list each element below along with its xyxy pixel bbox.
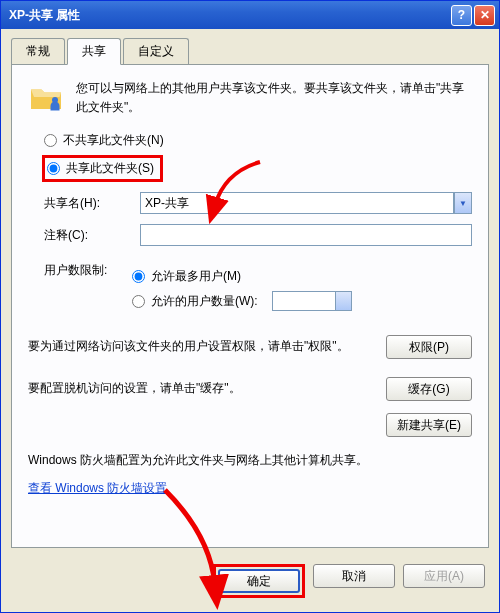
new-share-row: 新建共享(E) — [28, 413, 472, 437]
limit-max-row: 允许最多用户(M) — [132, 268, 472, 285]
permissions-button[interactable]: 权限(P) — [386, 335, 472, 359]
sharing-panel: 您可以与网络上的其他用户共享该文件夹。要共享该文件夹，请单击"共享此文件夹"。 … — [11, 64, 489, 548]
titlebar: XP-共享 属性 ? ✕ — [1, 1, 499, 29]
share-name-combo — [140, 192, 472, 214]
radio-limit-custom[interactable] — [132, 295, 145, 308]
intro-text: 您可以与网络上的其他用户共享该文件夹。要共享该文件夹，请单击"共享此文件夹"。 — [76, 79, 472, 118]
radio-share-label: 共享此文件夹(S) — [66, 160, 154, 177]
window-title: XP-共享 属性 — [5, 7, 449, 24]
user-limit-label: 用户数限制: — [44, 262, 132, 317]
share-name-dropdown-button[interactable] — [454, 192, 472, 214]
comment-row: 注释(C): — [44, 224, 472, 246]
radio-limit-max-label: 允许最多用户(M) — [151, 268, 241, 285]
tab-sharing[interactable]: 共享 — [67, 38, 121, 65]
radio-limit-max[interactable] — [132, 270, 145, 283]
firewall-link[interactable]: 查看 Windows 防火墙设置 — [28, 480, 167, 497]
ok-button[interactable]: 确定 — [218, 569, 300, 593]
tab-strip: 常规 共享 自定义 — [1, 29, 499, 64]
svg-point-0 — [52, 97, 58, 103]
limit-custom-row: 允许的用户数量(W): — [132, 291, 472, 311]
radio-no-share[interactable] — [44, 134, 57, 147]
new-share-button[interactable]: 新建共享(E) — [386, 413, 472, 437]
help-button[interactable]: ? — [451, 5, 472, 26]
annotation-highlight-2: 确定 — [213, 564, 305, 598]
intro-section: 您可以与网络上的其他用户共享该文件夹。要共享该文件夹，请单击"共享此文件夹"。 — [28, 79, 472, 118]
dialog-button-row: 确定 取消 应用(A) — [1, 556, 499, 612]
radio-no-share-row: 不共享此文件夹(N) — [44, 132, 472, 149]
radio-share[interactable] — [47, 162, 60, 175]
folder-share-icon — [28, 79, 64, 118]
tab-custom[interactable]: 自定义 — [123, 38, 189, 65]
user-limit-section: 用户数限制: 允许最多用户(M) 允许的用户数量(W): — [44, 262, 472, 317]
close-button[interactable]: ✕ — [474, 5, 495, 26]
share-name-row: 共享名(H): — [44, 192, 472, 214]
cache-button[interactable]: 缓存(G) — [386, 377, 472, 401]
apply-button[interactable]: 应用(A) — [403, 564, 485, 588]
comment-input[interactable] — [140, 224, 472, 246]
cache-text: 要配置脱机访问的设置，请单击"缓存"。 — [28, 379, 376, 398]
permissions-text: 要为通过网络访问该文件夹的用户设置权限，请单击"权限"。 — [28, 337, 376, 356]
cancel-button[interactable]: 取消 — [313, 564, 395, 588]
share-name-label: 共享名(H): — [44, 195, 132, 212]
properties-dialog: XP-共享 属性 ? ✕ 常规 共享 自定义 您可以与网络上的其他用户共享该文件… — [0, 0, 500, 613]
user-count-spinner[interactable] — [272, 291, 352, 311]
permissions-row: 要为通过网络访问该文件夹的用户设置权限，请单击"权限"。 权限(P) — [28, 335, 472, 359]
share-name-input[interactable] — [140, 192, 454, 214]
firewall-text: Windows 防火墙配置为允许此文件夹与网络上其他计算机共享。 — [28, 451, 472, 470]
cache-row: 要配置脱机访问的设置，请单击"缓存"。 缓存(G) — [28, 377, 472, 401]
radio-share-row: 共享此文件夹(S) — [42, 155, 472, 182]
radio-limit-custom-label: 允许的用户数量(W): — [151, 293, 258, 310]
comment-label: 注释(C): — [44, 227, 132, 244]
annotation-highlight-1: 共享此文件夹(S) — [42, 155, 163, 182]
radio-no-share-label: 不共享此文件夹(N) — [63, 132, 164, 149]
tab-general[interactable]: 常规 — [11, 38, 65, 65]
